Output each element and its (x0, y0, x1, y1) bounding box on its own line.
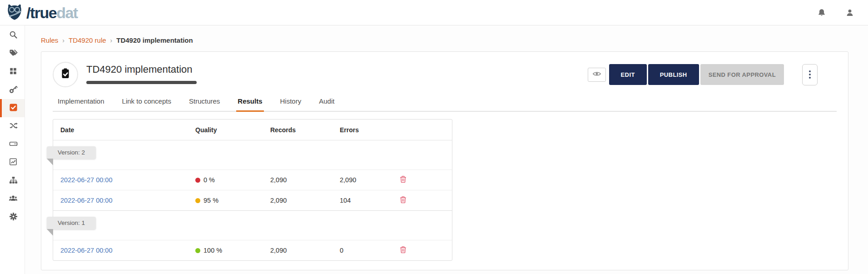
drive-icon (9, 139, 18, 150)
quality-dot (195, 248, 200, 253)
owl-logo-icon (5, 3, 24, 23)
version-row: Version: 1 (53, 211, 452, 240)
sidebar-item-quality[interactable] (0, 99, 25, 117)
errors-value: 0 (332, 247, 392, 254)
chart-line-icon (9, 158, 17, 168)
sidebar (0, 25, 25, 274)
kebab-icon (809, 70, 811, 79)
breadcrumb-current: TD4920 implementation (116, 36, 193, 44)
quality-progress-bar (86, 81, 197, 84)
sidebar-item-shuffle[interactable] (0, 117, 25, 135)
breadcrumb-link-rules[interactable]: Rules (41, 36, 58, 44)
bell-icon[interactable] (817, 8, 826, 17)
sidebar-item-grid[interactable] (0, 63, 25, 81)
tab-bar: Implementation Link to concepts Structur… (53, 97, 837, 112)
version-group: Version: 1 2022-06-27 00:00 100 % 2,090 … (53, 210, 452, 260)
send-for-approval-button[interactable]: SEND FOR APPROVAL (700, 64, 784, 85)
avatar (53, 62, 78, 87)
result-date-link[interactable]: 2022-06-27 00:00 (60, 247, 113, 254)
column-header-date: Date (53, 126, 188, 134)
sidebar-item-search[interactable] (0, 26, 25, 45)
edit-button[interactable]: EDIT (609, 64, 647, 85)
errors-value: 2,090 (332, 176, 392, 184)
results-table: Date Quality Records Errors Version: 2 2… (53, 119, 452, 261)
version-badge: Version: 2 (47, 146, 96, 159)
publish-button[interactable]: PUBLISH (648, 64, 699, 85)
sidebar-item-tags[interactable] (0, 45, 25, 63)
check-square-icon (9, 103, 18, 114)
records-value: 2,090 (263, 197, 332, 204)
delete-result-button[interactable] (399, 195, 407, 204)
tab-history[interactable]: History (279, 97, 303, 111)
result-row: 2022-06-27 00:00 100 % 2,090 0 (53, 240, 452, 260)
tags-icon (9, 49, 18, 59)
topbar: /truedat (0, 0, 868, 25)
records-value: 2,090 (263, 247, 332, 254)
eye-icon (592, 70, 601, 80)
quality-value: 100 % (203, 247, 222, 254)
column-header-errors: Errors (332, 126, 392, 134)
tab-results[interactable]: Results (236, 97, 263, 112)
result-row: 2022-06-27 00:00 0 % 2,090 2,090 (53, 169, 452, 190)
sidebar-item-chart[interactable] (0, 154, 25, 172)
gear-icon (9, 212, 18, 223)
shuffle-icon (9, 121, 18, 132)
sidebar-item-sitemap[interactable] (0, 172, 25, 190)
result-date-link[interactable]: 2022-06-27 00:00 (60, 176, 113, 184)
truedat-logo[interactable]: /truedat (5, 3, 78, 23)
sidebar-item-settings[interactable] (0, 208, 25, 226)
page-title: TD4920 implementation (86, 64, 197, 75)
users-icon (9, 194, 18, 204)
quality-value: 95 % (203, 197, 218, 204)
tab-link-to-concepts[interactable]: Link to concepts (121, 97, 173, 111)
logo-text: /truedat (26, 5, 78, 20)
search-icon (9, 30, 18, 41)
breadcrumb-separator: › (110, 37, 113, 44)
quality-value: 0 % (203, 176, 215, 184)
quality-dot (195, 178, 200, 183)
errors-value: 104 (332, 197, 392, 204)
more-actions-button[interactable] (802, 64, 818, 85)
version-badge: Version: 1 (47, 217, 96, 229)
sidebar-item-drive[interactable] (0, 135, 25, 154)
main-content: Rules › TD4920 rule › TD4920 implementat… (25, 25, 868, 274)
delete-result-button[interactable] (399, 245, 407, 254)
clipboard-check-icon (59, 67, 72, 82)
result-date-link[interactable]: 2022-06-27 00:00 (60, 197, 113, 204)
quality-dot (195, 198, 200, 203)
version-row: Version: 2 (53, 140, 452, 169)
sidebar-item-key[interactable] (0, 81, 25, 99)
tab-implementation[interactable]: Implementation (56, 97, 106, 111)
grid-icon (9, 67, 17, 77)
breadcrumb: Rules › TD4920 rule › TD4920 implementat… (41, 36, 848, 44)
column-header-quality: Quality (188, 126, 263, 134)
sitemap-icon (9, 176, 18, 186)
tab-structures[interactable]: Structures (188, 97, 221, 111)
delete-result-button[interactable] (399, 175, 407, 184)
breadcrumb-separator: › (62, 37, 64, 44)
sidebar-item-users[interactable] (0, 190, 25, 208)
version-group: Version: 2 2022-06-27 00:00 0 % 2,090 2,… (53, 140, 452, 210)
user-icon[interactable] (845, 8, 854, 17)
results-table-header: Date Quality Records Errors (53, 120, 452, 140)
key-icon (9, 85, 18, 95)
records-value: 2,090 (263, 176, 332, 184)
implementation-card: TD4920 implementation EDIT (41, 51, 848, 270)
breadcrumb-link-rule[interactable]: TD4920 rule (69, 36, 106, 44)
result-row: 2022-06-27 00:00 95 % 2,090 104 (53, 190, 452, 210)
header-actions: EDIT PUBLISH SEND FOR APPROVAL (588, 64, 837, 85)
column-header-records: Records (263, 126, 332, 134)
preview-button[interactable] (588, 68, 606, 82)
tab-audit[interactable]: Audit (317, 97, 336, 111)
